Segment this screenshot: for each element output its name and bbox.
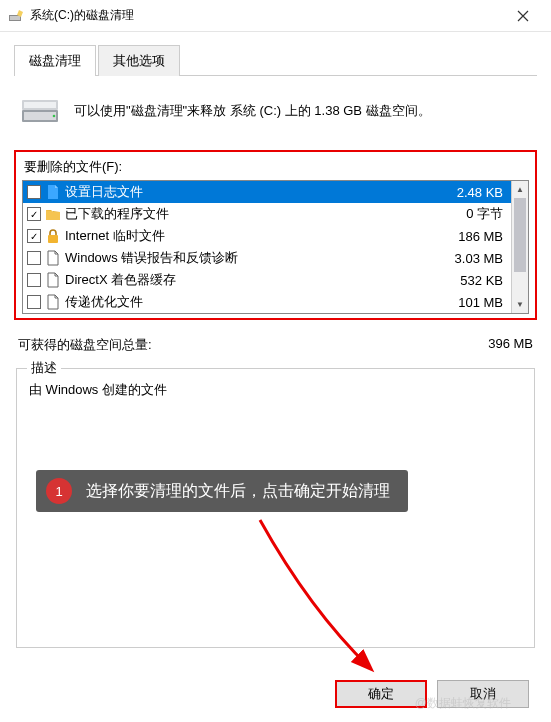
annotation-callout: 1 选择你要清理的文件后，点击确定开始清理 (36, 470, 408, 512)
tab-disk-cleanup[interactable]: 磁盘清理 (14, 45, 96, 76)
dialog-buttons: 确定 取消 (335, 680, 529, 708)
file-checkbox[interactable] (27, 251, 41, 265)
total-value: 396 MB (488, 336, 533, 354)
file-checkbox[interactable]: ✓ (27, 229, 41, 243)
file-label: 传递优化文件 (65, 293, 454, 311)
file-label: 设置日志文件 (65, 183, 453, 201)
file-size: 0 字节 (466, 205, 507, 223)
file-size: 186 MB (458, 229, 507, 244)
total-row: 可获得的磁盘空间总量: 396 MB (14, 330, 537, 354)
file-size: 101 MB (458, 295, 507, 310)
description-text: 由 Windows 创建的文件 (29, 381, 522, 399)
file-type-icon (45, 206, 61, 222)
file-row[interactable]: Windows 错误报告和反馈诊断3.03 MB (23, 247, 511, 269)
file-checkbox[interactable] (27, 295, 41, 309)
svg-rect-3 (24, 112, 56, 120)
ok-button[interactable]: 确定 (335, 680, 427, 708)
file-row[interactable]: 传递优化文件101 MB (23, 291, 511, 313)
dialog-content: 磁盘清理 其他选项 可以使用"磁盘清理"来释放 系统 (C:) 上的 1.38 … (0, 32, 551, 648)
file-checkbox[interactable] (27, 185, 41, 199)
file-checkbox[interactable] (27, 273, 41, 287)
window-title: 系统(C:)的磁盘清理 (30, 7, 503, 24)
file-type-icon (45, 228, 61, 244)
file-label: Windows 错误报告和反馈诊断 (65, 249, 451, 267)
svg-point-6 (53, 115, 56, 118)
description-legend: 描述 (27, 359, 61, 377)
file-list-body[interactable]: 设置日志文件2.48 KB✓已下载的程序文件0 字节✓Internet 临时文件… (23, 181, 511, 313)
intro-row: 可以使用"磁盘清理"来释放 系统 (C:) 上的 1.38 GB 磁盘空间。 (14, 92, 537, 150)
scrollbar[interactable]: ▲ ▼ (511, 181, 528, 313)
file-size: 2.48 KB (457, 185, 507, 200)
file-size: 532 KB (460, 273, 507, 288)
file-list: 设置日志文件2.48 KB✓已下载的程序文件0 字节✓Internet 临时文件… (22, 180, 529, 314)
file-row[interactable]: DirectX 着色器缓存532 KB (23, 269, 511, 291)
files-section-highlight: 要删除的文件(F): 设置日志文件2.48 KB✓已下载的程序文件0 字节✓In… (14, 150, 537, 320)
file-type-icon (45, 294, 61, 310)
svg-rect-5 (24, 102, 56, 108)
scroll-down-button[interactable]: ▼ (512, 296, 528, 313)
intro-text: 可以使用"磁盘清理"来释放 系统 (C:) 上的 1.38 GB 磁盘空间。 (74, 101, 431, 121)
file-label: Internet 临时文件 (65, 227, 454, 245)
tab-other-options[interactable]: 其他选项 (98, 45, 180, 76)
svg-rect-7 (48, 235, 58, 243)
svg-rect-1 (10, 16, 20, 20)
file-type-icon (45, 272, 61, 288)
annotation-number: 1 (46, 478, 72, 504)
cancel-button[interactable]: 取消 (437, 680, 529, 708)
file-label: DirectX 着色器缓存 (65, 271, 456, 289)
close-icon (517, 10, 529, 22)
file-row[interactable]: 设置日志文件2.48 KB (23, 181, 511, 203)
close-button[interactable] (503, 0, 543, 32)
file-checkbox[interactable]: ✓ (27, 207, 41, 221)
scroll-thumb[interactable] (514, 198, 526, 272)
file-type-icon (45, 184, 61, 200)
scroll-up-button[interactable]: ▲ (512, 181, 528, 198)
drive-icon (20, 96, 60, 126)
file-row[interactable]: ✓已下载的程序文件0 字节 (23, 203, 511, 225)
files-label: 要删除的文件(F): (22, 158, 529, 176)
file-row[interactable]: ✓Internet 临时文件186 MB (23, 225, 511, 247)
file-type-icon (45, 250, 61, 266)
disk-cleanup-icon (8, 8, 24, 24)
total-label: 可获得的磁盘空间总量: (18, 336, 152, 354)
tab-strip: 磁盘清理 其他选项 (14, 44, 537, 76)
annotation-text: 选择你要清理的文件后，点击确定开始清理 (86, 481, 390, 502)
file-label: 已下载的程序文件 (65, 205, 462, 223)
scroll-track[interactable] (512, 198, 528, 296)
file-size: 3.03 MB (455, 251, 507, 266)
titlebar: 系统(C:)的磁盘清理 (0, 0, 551, 32)
